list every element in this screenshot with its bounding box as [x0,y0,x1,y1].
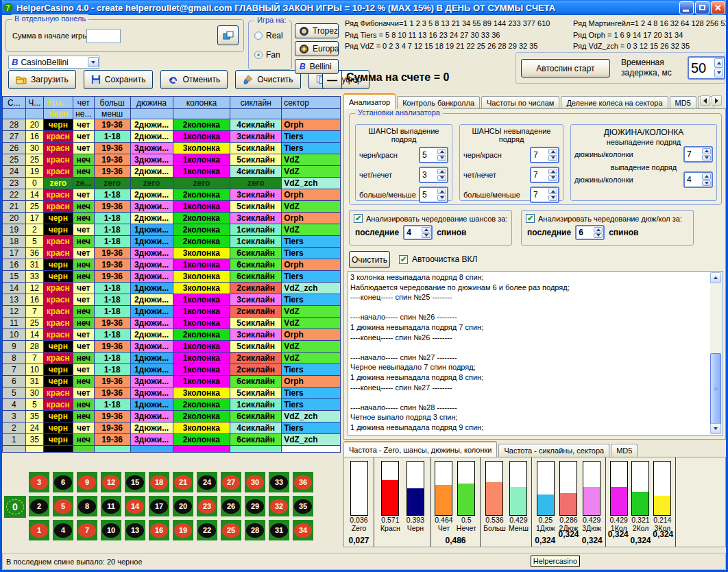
spin-down-button[interactable] [437,175,446,181]
board-cell[interactable]: 36 [293,472,313,492]
main-tab-0[interactable]: Анализатор [343,93,396,109]
casino-button-europa[interactable]: Europa [295,41,339,56]
tab-scroll-right-icon[interactable] [712,95,722,106]
board-cell[interactable]: 13 [125,520,145,540]
board-cell[interactable]: 7 [77,520,97,540]
board-cell[interactable]: 22 [197,520,217,540]
board-cell[interactable]: 8 [77,496,97,516]
casino-button-bellini[interactable]: BBellini [295,59,339,74]
board-cell[interactable]: 25 [221,520,241,540]
save-button[interactable]: Сохранить [84,70,154,89]
log-scrollbar[interactable]: ≡ [710,272,722,434]
board-cell[interactable]: 14 [125,496,145,516]
radio-fan[interactable]: Fan [254,50,280,60]
board-cell[interactable]: 19 [173,520,193,540]
setting-spinner[interactable]: 3 [419,167,448,183]
detach-panel-button[interactable] [217,25,239,45]
spin-up-button[interactable] [437,149,446,155]
board-cell[interactable]: 27 [221,472,241,492]
spin-up-button[interactable] [437,189,446,195]
log-clear-button[interactable]: Очистить [349,251,390,268]
spin-down-button[interactable] [437,195,446,201]
frequency-tab-2[interactable]: MD5 [611,444,638,457]
setting-spinner[interactable]: 7 [530,187,559,203]
spin-up-button[interactable] [437,169,446,175]
analyzer-log[interactable]: 3 колонка невыпадала подряд 8 спин; Набл… [348,271,723,436]
board-cell[interactable]: 16 [149,520,169,540]
board-cell[interactable]: 33 [269,472,289,492]
board-cell[interactable]: 2 [29,496,49,516]
board-cell[interactable]: 5 [53,496,73,516]
board-cell[interactable]: 26 [221,496,241,516]
spin-down-button[interactable] [437,155,446,161]
start-sum-input[interactable] [86,29,121,43]
board-cell[interactable]: 11 [101,496,121,516]
board-cell[interactable]: 35 [293,496,313,516]
spinner-value[interactable]: 5 [420,148,437,162]
board-cell[interactable]: 31 [269,520,289,540]
tab-scroll-left-icon[interactable] [700,95,710,106]
setting-spinner[interactable]: 7 [530,147,559,163]
close-button[interactable]: ✕ [711,1,725,14]
board-cell[interactable]: 17 [149,496,169,516]
title-bar[interactable]: 7 HelperCasino 4.0 - create helperroulle… [0,0,728,15]
board-cell[interactable]: 21 [173,472,193,492]
main-tab-4[interactable]: MD5 [670,96,696,109]
frequency-tab-1[interactable]: Частота - сиклайны, сектора [498,444,609,457]
spin-down-button[interactable] [714,69,723,78]
spin-up-button[interactable] [548,149,557,155]
board-cell[interactable]: 9 [77,472,97,492]
board-cell[interactable]: 15 [125,472,145,492]
spinner-value[interactable]: 7 [531,188,548,202]
board-cell[interactable]: 23 [197,496,217,516]
board-cell[interactable]: 32 [269,496,289,516]
scroll-down-icon[interactable] [710,423,721,434]
dozen-miss-spinner[interactable]: 7 [683,146,713,163]
main-tab-3[interactable]: Деление колеса на сектора [561,96,668,109]
spin-down-button[interactable] [548,155,557,161]
board-cell[interactable]: 34 [293,520,313,540]
board-cell[interactable]: 12 [101,472,121,492]
autoclear-checkbox[interactable]: ✔ Автоочистка ВКЛ [399,254,477,264]
setting-spinner[interactable]: 5 [419,147,448,163]
board-cell[interactable]: 28 [245,520,265,540]
spinner-value[interactable]: 3 [420,168,437,182]
board-cell[interactable]: 1 [29,520,49,540]
dozen-hit-spinner[interactable]: 4 [683,171,713,188]
board-zero[interactable]: 0 [4,496,26,518]
scroll-up-icon[interactable] [710,272,721,283]
spin-up-button[interactable] [548,169,557,175]
board-cell[interactable]: 24 [197,472,217,492]
casino-button-tropez[interactable]: Tropez [295,23,339,38]
spinner-value[interactable]: 5 [420,188,437,202]
board-cell[interactable]: 4 [53,520,73,540]
dozens-spins-spinner[interactable]: 6 [575,225,605,240]
maximize-button[interactable] [695,1,709,14]
board-cell[interactable]: 18 [149,472,169,492]
spin-up-button[interactable] [714,58,723,68]
minimize-button[interactable] [679,1,694,14]
board-cell[interactable]: 20 [173,496,193,516]
board-cell[interactable]: 30 [245,472,265,492]
combo-dropdown-button[interactable] [88,57,99,67]
alternation-chances-checkbox[interactable]: ✔ Анализировать чередование шансов за: [354,214,511,223]
board-cell[interactable]: 6 [53,472,73,492]
spin-up-button[interactable] [548,189,557,195]
clear-button[interactable]: Очистить [235,70,300,89]
radio-real[interactable]: Real [254,31,283,40]
board-cell[interactable]: 29 [245,496,265,516]
undo-button[interactable]: Отменить [160,70,228,89]
alternation-dozens-checkbox[interactable]: ✔ Анализировать чередование дюж/кол за: [526,214,693,223]
main-tab-2[interactable]: Частоты по числам [481,96,559,109]
scroll-thumb[interactable]: ≡ [710,353,721,425]
spinner-value[interactable]: 7 [531,148,548,162]
spinner-value[interactable]: 7 [531,168,548,182]
delay-value[interactable]: 50 [689,58,714,78]
main-tab-1[interactable]: Контроль банкролла [397,96,480,109]
load-button[interactable]: Загрузить [8,70,76,89]
spin-down-button[interactable] [548,175,557,181]
board-cell[interactable]: 3 [29,472,49,492]
spin-down-button[interactable] [548,195,557,201]
autospin-start-button[interactable]: Автоспин старт [521,59,610,78]
frequency-tab-0[interactable]: Частота - Zero, шансы, дюжины, колонки [343,441,497,457]
